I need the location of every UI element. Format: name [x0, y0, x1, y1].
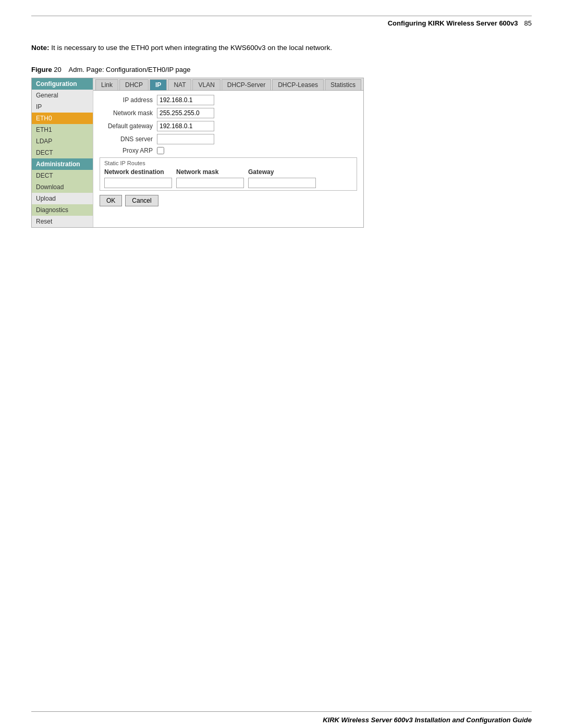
form-area: IP address Network mask Default gateway	[93, 91, 363, 211]
figure-number-label: Figure	[31, 66, 54, 73]
dns-server-row: DNS server	[100, 134, 357, 144]
sidebar-item-eth0[interactable]: ETH0	[32, 113, 93, 124]
note-paragraph: Note: It is necessary to use the ETH0 po…	[31, 43, 532, 53]
ip-address-input[interactable]	[157, 95, 214, 105]
static-route-network-destination-input[interactable]	[104, 178, 172, 188]
button-row: OK Cancel	[100, 195, 357, 206]
col-header-network-mask: Network mask	[176, 168, 244, 176]
ui-screenshot-box: Configuration General IP ETH0 ETH1 LDAP	[31, 78, 364, 228]
sidebar-item-dect-admin[interactable]: DECT	[32, 170, 93, 181]
note-text: It is necessary to use the ETH0 port whe…	[51, 44, 332, 52]
ip-address-row: IP address	[100, 95, 357, 105]
main-content: Note: It is necessary to use the ETH0 po…	[0, 32, 563, 480]
figure-number: 20	[54, 66, 61, 73]
figure-caption: Figure 20 Adm. Page: Configuration/ETH0/…	[31, 66, 532, 73]
figure-caption-text	[63, 66, 67, 73]
page-header: Configuring KIRK Wireless Server 600v3 8…	[0, 16, 563, 32]
sidebar-section-administration[interactable]: Administration	[32, 158, 93, 170]
static-routes-legend: Static IP Routes	[104, 160, 352, 166]
ok-button[interactable]: OK	[100, 195, 122, 206]
sidebar-item-diagnostics[interactable]: Diagnostics	[32, 204, 93, 216]
main-panel: Link DHCP IP NAT VLAN DHCP-Ser	[93, 78, 363, 227]
sidebar-item-eth1[interactable]: ETH1	[32, 124, 93, 135]
tab-bar: Link DHCP IP NAT VLAN DHCP-Ser	[93, 78, 363, 91]
network-mask-row: Network mask	[100, 108, 357, 118]
default-gateway-input[interactable]	[157, 121, 214, 131]
proxy-arp-label: Proxy ARP	[100, 147, 157, 154]
cancel-button[interactable]: Cancel	[125, 195, 158, 206]
sidebar-item-dect-config[interactable]: DECT	[32, 147, 93, 158]
network-mask-label: Network mask	[100, 109, 157, 117]
dns-server-label: DNS server	[100, 135, 157, 143]
tab-nat[interactable]: NAT	[168, 79, 191, 90]
sidebar: Configuration General IP ETH0 ETH1 LDAP	[32, 78, 93, 227]
proxy-arp-row: Proxy ARP	[100, 147, 357, 154]
static-routes-inputs	[104, 178, 352, 188]
static-routes-headers: Network destination Network mask Gateway	[104, 168, 352, 176]
dns-server-input[interactable]	[157, 134, 214, 144]
sidebar-item-ip[interactable]: IP	[32, 101, 93, 113]
proxy-arp-checkbox[interactable]	[157, 147, 164, 154]
note-label: Note:	[31, 44, 50, 52]
sidebar-item-upload[interactable]: Upload	[32, 193, 93, 204]
tab-dhcp-server[interactable]: DHCP-Server	[222, 79, 271, 90]
static-ip-routes-section: Static IP Routes Network destination Net…	[100, 157, 357, 191]
tab-dhcp-leases[interactable]: DHCP-Leases	[272, 79, 324, 90]
col-header-gateway: Gateway	[248, 168, 316, 176]
tab-link[interactable]: Link	[95, 79, 118, 90]
tab-dhcp[interactable]: DHCP	[119, 79, 149, 90]
sidebar-item-ldap[interactable]: LDAP	[32, 135, 93, 147]
header-page-number: 85	[524, 19, 532, 27]
header-title: Configuring KIRK Wireless Server 600v3	[388, 19, 518, 27]
sidebar-section-configuration[interactable]: Configuration	[32, 78, 93, 90]
footer: KIRK Wireless Server 600v3 Installation …	[0, 712, 563, 728]
col-header-network-destination: Network destination	[104, 168, 172, 176]
sidebar-item-general[interactable]: General	[32, 90, 93, 101]
default-gateway-row: Default gateway	[100, 121, 357, 131]
network-mask-input[interactable]	[157, 108, 214, 118]
figure-caption-desc: Adm. Page: Configuration/ETH0/IP page	[69, 66, 191, 73]
sidebar-item-reset[interactable]: Reset	[32, 216, 93, 227]
tab-statistics[interactable]: Statistics	[325, 79, 361, 90]
default-gateway-label: Default gateway	[100, 122, 157, 130]
tab-vlan[interactable]: VLAN	[192, 79, 220, 90]
tab-ip[interactable]: IP	[150, 79, 167, 90]
static-route-network-mask-input[interactable]	[176, 178, 244, 188]
sidebar-item-download[interactable]: Download	[32, 181, 93, 193]
footer-text: KIRK Wireless Server 600v3 Installation …	[323, 716, 532, 724]
ip-address-label: IP address	[100, 96, 157, 104]
static-route-gateway-input[interactable]	[248, 178, 316, 188]
